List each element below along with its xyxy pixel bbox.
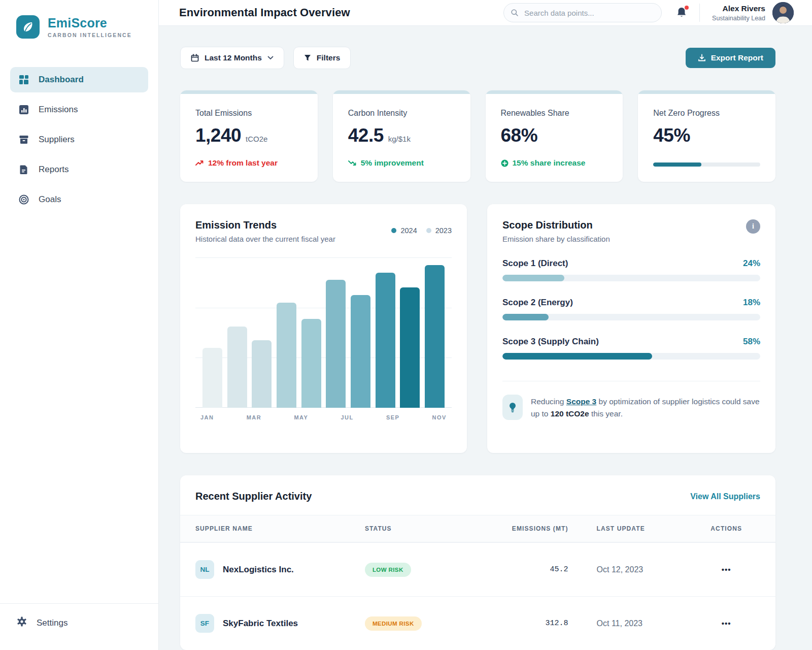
trend-bar-6: [326, 280, 346, 408]
document-icon: [18, 164, 29, 175]
sidebar-item-goals[interactable]: Goals: [10, 187, 148, 212]
view-all-suppliers-link[interactable]: View All Suppliers: [690, 492, 760, 501]
download-icon: [698, 54, 706, 62]
col-supplier-name: Supplier Name: [195, 525, 365, 532]
export-report-label: Export Report: [711, 53, 763, 62]
user-role: Sustainability Lead: [712, 15, 765, 22]
sidebar-item-dashboard[interactable]: Dashboard: [10, 67, 148, 92]
supplier-name: NexLogistics Inc.: [223, 565, 294, 575]
sidebar-item-label: Goals: [39, 194, 61, 205]
settings-label: Settings: [37, 618, 67, 628]
emission-trends-panel: Emission Trends Historical data over the…: [180, 204, 467, 453]
scope-row-2: Scope 2 (Energy) 18%: [502, 298, 760, 320]
sidebar-item-label: Reports: [39, 165, 69, 175]
dashboard-icon: [18, 74, 29, 85]
legend-label: 2024: [400, 226, 417, 235]
leaf-icon: [21, 20, 35, 34]
trend-bar-1: [202, 348, 222, 408]
trend-up-icon: [195, 160, 204, 166]
lightbulb-icon: [502, 395, 523, 420]
legend-item-2024: 2024: [391, 226, 417, 235]
trend-bar-3: [252, 340, 272, 408]
scope-divider: [502, 381, 760, 381]
leaf-logo-icon: [16, 15, 40, 39]
stat-delta-text: 15% share increase: [513, 158, 586, 168]
status-badge: Low Risk: [365, 563, 411, 577]
stat-card-total-emissions: Total Emissions 1,240 tCO2e 12% from las…: [180, 90, 318, 182]
scope-label: Scope 3 (Supply Chain): [502, 337, 599, 347]
x-tick-label: MAR: [247, 414, 262, 420]
search-input[interactable]: [503, 3, 662, 22]
x-tick-label: JAN: [200, 414, 214, 420]
supplier-name: SkyFabric Textiles: [223, 619, 298, 629]
scope-label: Scope 2 (Energy): [502, 298, 573, 308]
sidebar-item-label: Dashboard: [39, 75, 84, 85]
filters-button[interactable]: Filters: [293, 47, 351, 69]
stat-value: 1,240: [195, 125, 241, 146]
chart-legend: 2024 2023: [391, 226, 452, 235]
row-actions-button[interactable]: •••: [692, 619, 760, 628]
trend-bar-7: [351, 295, 370, 408]
sidebar-item-emissions[interactable]: Emissions: [10, 97, 148, 122]
trend-bar-9: [400, 287, 420, 408]
toolbar: Last 12 Months Filters Export Report: [180, 47, 775, 69]
net-zero-progress-fill: [653, 162, 701, 167]
date-range-button[interactable]: Last 12 Months: [180, 47, 284, 69]
notifications-button[interactable]: [676, 7, 687, 19]
table-row[interactable]: SF SkyFabric Textiles Medium Risk 312.8 …: [180, 596, 775, 650]
x-tick-label: SEP: [386, 414, 400, 420]
scope-track: [502, 275, 760, 281]
stat-label: Renewables Share: [501, 109, 608, 118]
topbar: Environmental Impact Overview Alex River…: [159, 0, 812, 26]
legend-item-2023: 2023: [426, 226, 452, 235]
brand-tagline: CARBON INTELLIGENCE: [48, 32, 132, 38]
stat-card-net-zero-progress: Net Zero Progress 45%: [638, 90, 775, 182]
trend-bar-10: [425, 265, 445, 408]
sidebar-item-reports[interactable]: Reports: [10, 157, 148, 182]
stat-card-renewables-share: Renewables Share 68% 15% share increase: [486, 90, 623, 182]
avatar[interactable]: [772, 2, 794, 23]
sidebar: EmiScore CARBON INTELLIGENCE Dashboard E…: [0, 0, 159, 650]
page-title: Environmental Impact Overview: [179, 6, 350, 19]
sidebar-item-label: Emissions: [39, 105, 78, 115]
sidebar-item-settings[interactable]: Settings: [16, 616, 142, 630]
stat-unit: tCO2e: [246, 135, 267, 143]
bar-chart-icon: [18, 104, 29, 115]
table-row[interactable]: NL NexLogistics Inc. Low Risk 45.2 Oct 1…: [180, 542, 775, 596]
stat-delta-text: 5% improvement: [361, 158, 424, 168]
trend-bars: [202, 257, 445, 408]
scope-tip-text: Reducing Scope 3 by optimization of supp…: [531, 395, 760, 420]
plus-circle-icon: [501, 159, 509, 167]
supplier-table-title: Recent Supplier Activity: [195, 491, 312, 502]
sidebar-item-suppliers[interactable]: Suppliers: [10, 127, 148, 152]
chevron-down-icon: [267, 56, 274, 60]
export-report-button[interactable]: Export Report: [686, 48, 775, 68]
supplier-initials-badge: SF: [195, 614, 214, 633]
stat-value: 42.5: [348, 125, 384, 146]
trend-bar-4: [277, 303, 296, 408]
row-actions-button[interactable]: •••: [692, 565, 760, 574]
date-range-label: Last 12 Months: [205, 53, 262, 62]
scope-row-3: Scope 3 (Supply Chain) 58%: [502, 337, 760, 360]
scope-row-1: Scope 1 (Direct) 24%: [502, 258, 760, 281]
search-icon: [511, 9, 519, 17]
user-name: Alex Rivers: [712, 4, 765, 13]
info-icon[interactable]: i: [746, 219, 760, 234]
scope-label: Scope 1 (Direct): [502, 258, 568, 269]
trend-bar-5: [301, 319, 321, 408]
scope-track: [502, 314, 760, 320]
scope-distribution-panel: Scope Distribution Emission share by cla…: [487, 204, 775, 453]
x-tick-label: MAY: [294, 414, 308, 420]
sidebar-item-label: Suppliers: [39, 135, 75, 145]
legend-dot-2023: [426, 228, 431, 233]
search: [503, 3, 662, 22]
stat-label: Net Zero Progress: [653, 109, 760, 118]
stat-label: Total Emissions: [195, 109, 302, 118]
trend-bar-8: [376, 273, 395, 408]
target-icon: [18, 194, 29, 205]
bar-chart-plot: [195, 257, 452, 408]
scope-3-link[interactable]: Scope 3: [566, 397, 596, 406]
scope-fill: [502, 275, 564, 281]
emissions-value: 312.8: [495, 619, 568, 628]
archive-box-icon: [18, 134, 29, 145]
